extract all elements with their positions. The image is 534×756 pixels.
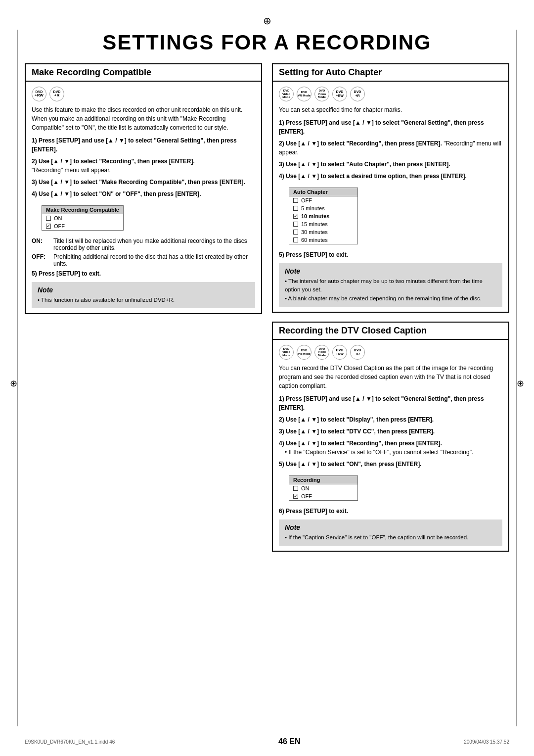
ac-15min-label: 15 minutes bbox=[301, 221, 328, 227]
ac-15min-checkbox bbox=[293, 222, 298, 227]
dvd-ac-2: DVDVR Mode bbox=[297, 87, 312, 101]
make-recording-on-label: ON bbox=[54, 215, 62, 221]
make-recording-table-header: Make Recording Compatible bbox=[42, 206, 123, 214]
dtv-step-3: 3) Use [▲ / ▼] to select "DTV CC", then … bbox=[279, 427, 502, 436]
ac-10min-checkbox bbox=[293, 214, 298, 219]
dtv-caption-note-title: Note bbox=[285, 523, 496, 531]
footer-left-text: E9SK0UD_DVR670KU_EN_v1.1.indd 46 bbox=[25, 739, 115, 745]
ac-10min-label: 10 minutes bbox=[301, 213, 329, 219]
dtv-caption-body: You can record the DTV Closed Caption as… bbox=[279, 364, 502, 390]
ac-opt-15min: 15 minutes bbox=[289, 220, 357, 228]
auto-chapter-dvd-icons: DVDVideo Mode DVDVR Mode DVDVideo Mode D… bbox=[279, 87, 502, 101]
ac-opt-5min: 5 minutes bbox=[289, 204, 357, 212]
right-compass-icon: ⊕ bbox=[517, 378, 524, 389]
ac-5min-label: 5 minutes bbox=[301, 205, 325, 211]
make-recording-table: Make Recording Compatible ON OFF bbox=[42, 205, 124, 231]
rec-opt-off: OFF bbox=[289, 492, 357, 500]
auto-chapter-content: DVDVideo Mode DVDVR Mode DVDVideo Mode D… bbox=[273, 82, 508, 312]
dtv-step-4: 4) Use [▲ / ▼] to select "Recording", th… bbox=[279, 439, 502, 457]
page-title: SETTINGS FOR A RECORDING bbox=[25, 31, 509, 54]
step-1: 1) Press [SETUP] and use [▲ / ▼] to sele… bbox=[32, 136, 255, 154]
make-recording-title: Make Recording Compatible bbox=[26, 64, 261, 82]
make-recording-opt-on: ON bbox=[42, 214, 123, 222]
dvd-ac-3: DVDVideo Mode bbox=[314, 87, 329, 101]
dtv-step-1: 1) Press [SETUP] and use [▲ / ▼] to sele… bbox=[279, 394, 502, 412]
ac-off-checkbox bbox=[293, 198, 298, 203]
ac-30min-label: 30 minutes bbox=[301, 229, 328, 235]
make-recording-note: Note • This function is also available f… bbox=[32, 282, 255, 308]
dvd-dtv-1: DVDVideo Mode bbox=[279, 345, 294, 360]
make-recording-body: Use this feature to make the discs recor… bbox=[32, 105, 255, 132]
dtv-press-setup: 6) Press [SETUP] to exit. bbox=[279, 508, 502, 515]
dtv-step-2: 2) Use [▲ / ▼] to select "Display", then… bbox=[279, 415, 502, 424]
make-recording-section: Make Recording Compatible DVD+RW DVD+R U… bbox=[25, 63, 262, 314]
auto-chapter-press-setup: 5) Press [SETUP] to exit. bbox=[279, 251, 502, 258]
ac-step-1: 1) Press [SETUP] and use [▲ / ▼] to sele… bbox=[279, 118, 502, 136]
ac-5min-checkbox bbox=[293, 206, 298, 211]
step-4: 4) Use [▲ / ▼] to select "ON" or "OFF", … bbox=[32, 189, 255, 198]
right-column: Setting for Auto Chapter DVDVideo Mode D… bbox=[272, 63, 509, 561]
auto-chapter-note: Note • The interval for auto chapter may… bbox=[279, 263, 502, 307]
make-recording-press-setup: 5) Press [SETUP] to exit. bbox=[32, 270, 255, 277]
dtv-caption-content: DVDVideo Mode DVDVR Mode DVDVideo Mode D… bbox=[273, 340, 508, 551]
dvd-ac-1: DVDVideo Mode bbox=[279, 87, 294, 101]
auto-chapter-steps: 1) Press [SETUP] and use [▲ / ▼] to sele… bbox=[279, 118, 502, 181]
make-recording-note-text: • This function is also available for un… bbox=[38, 296, 249, 304]
left-vertical-line bbox=[17, 30, 18, 726]
footer-right-text: 2009/04/03 15:37:52 bbox=[464, 739, 509, 745]
on-description-text: Title list will be replaced when you mak… bbox=[53, 237, 255, 251]
on-description-row: ON: Title list will be replaced when you… bbox=[32, 237, 255, 251]
dtv-caption-steps: 1) Press [SETUP] and use [▲ / ▼] to sele… bbox=[279, 394, 502, 469]
ac-60min-checkbox bbox=[293, 237, 298, 242]
auto-chapter-table-header: Auto Chapter bbox=[289, 188, 357, 196]
auto-chapter-note-line1: • The interval for auto chapter may be u… bbox=[285, 278, 483, 292]
step-3: 3) Use [▲ / ▼] to select "Make Recording… bbox=[32, 178, 255, 187]
auto-chapter-note-text: • The interval for auto chapter may be u… bbox=[285, 277, 496, 303]
main-columns: Make Recording Compatible DVD+RW DVD+R U… bbox=[25, 63, 509, 561]
ac-opt-60min: 60 minutes bbox=[289, 236, 357, 244]
dtv-caption-note-text: • If the "Caption Service" is set to "OF… bbox=[285, 533, 496, 542]
step-2: 2) Use [▲ / ▼] to select "Recording", th… bbox=[32, 157, 255, 175]
ac-opt-30min: 30 minutes bbox=[289, 228, 357, 236]
dtv-caption-section: Recording the DTV Closed Caption DVDVide… bbox=[272, 322, 509, 552]
auto-chapter-note-title: Note bbox=[285, 267, 496, 275]
page-container: ⊕ SETTINGS FOR A RECORDING Make Recordin… bbox=[0, 0, 534, 756]
make-recording-on-checkbox bbox=[46, 216, 51, 221]
rec-on-checkbox bbox=[293, 486, 298, 491]
auto-chapter-note-line2: • A blank chapter may be created dependi… bbox=[285, 295, 482, 301]
make-recording-opt-off: OFF bbox=[42, 222, 123, 230]
make-recording-note-title: Note bbox=[38, 286, 249, 294]
rec-off-label: OFF bbox=[301, 493, 312, 499]
ac-30min-checkbox bbox=[293, 230, 298, 235]
dtv-caption-note: Note • If the "Caption Service" is set t… bbox=[279, 520, 502, 546]
dvd-logo-r: DVD+R bbox=[49, 87, 64, 101]
rec-opt-on: ON bbox=[289, 484, 357, 492]
left-column: Make Recording Compatible DVD+RW DVD+R U… bbox=[25, 63, 262, 323]
dvd-dtv-3: DVDVideo Mode bbox=[314, 345, 329, 360]
ac-60min-label: 60 minutes bbox=[301, 237, 328, 243]
dtv-caption-title: Recording the DTV Closed Caption bbox=[273, 323, 508, 340]
on-off-descriptions: ON: Title list will be replaced when you… bbox=[32, 237, 255, 267]
page-number: 46 EN bbox=[278, 737, 300, 746]
dvd-dtv-rw: DVD+RW bbox=[332, 345, 347, 360]
make-recording-dvd-icons: DVD+RW DVD+R bbox=[32, 87, 255, 101]
left-compass-icon: ⊕ bbox=[10, 378, 17, 389]
dtv-step-5: 5) Use [▲ / ▼] to select "ON", then pres… bbox=[279, 460, 502, 469]
on-label: ON: bbox=[32, 237, 49, 251]
off-description-row: OFF: Prohibiting additional record to th… bbox=[32, 253, 255, 267]
footer: E9SK0UD_DVR670KU_EN_v1.1.indd 46 46 EN 2… bbox=[25, 737, 509, 746]
dvd-dtv-2: DVDVR Mode bbox=[297, 345, 312, 360]
make-recording-off-checkbox bbox=[46, 224, 51, 229]
make-recording-steps: 1) Press [SETUP] and use [▲ / ▼] to sele… bbox=[32, 136, 255, 198]
auto-chapter-body: You can set a specified time for chapter… bbox=[279, 105, 502, 114]
make-recording-off-label: OFF bbox=[54, 223, 65, 229]
auto-chapter-title: Setting for Auto Chapter bbox=[273, 64, 508, 82]
off-description-text: Prohibiting additional record to the dis… bbox=[53, 253, 255, 267]
dvd-ac-r: DVD+R bbox=[350, 87, 365, 101]
ac-step-4: 4) Use [▲ / ▼] to select a desired time … bbox=[279, 172, 502, 181]
ac-step-2: 2) Use [▲ / ▼] to select "Recording", th… bbox=[279, 139, 502, 157]
auto-chapter-section: Setting for Auto Chapter DVDVideo Mode D… bbox=[272, 63, 509, 313]
recording-table-header: Recording bbox=[289, 476, 357, 484]
ac-off-label: OFF bbox=[301, 197, 312, 203]
dtv-dvd-icons: DVDVideo Mode DVDVR Mode DVDVideo Mode D… bbox=[279, 345, 502, 360]
